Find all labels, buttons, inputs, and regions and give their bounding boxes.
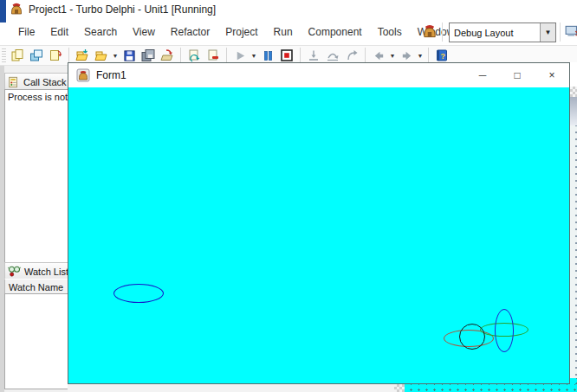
save-all-icon bbox=[141, 48, 155, 62]
save-button[interactable] bbox=[120, 47, 139, 64]
desktop-layout-combo[interactable]: Debug Layout ▼ bbox=[449, 22, 556, 42]
add-file-button[interactable] bbox=[185, 47, 204, 64]
open-project-dropdown[interactable]: ▼ bbox=[111, 47, 120, 64]
menu-search[interactable]: Search bbox=[76, 26, 125, 38]
new-form-button[interactable] bbox=[27, 47, 46, 64]
combo-dropdown-button[interactable]: ▼ bbox=[540, 23, 555, 42]
call-stack-icon bbox=[8, 76, 20, 88]
desktop-layout-value: Debug Layout bbox=[450, 28, 540, 38]
run-dropdown[interactable]: ▼ bbox=[250, 47, 258, 64]
new-form-icon bbox=[29, 48, 43, 62]
new-unit-icon bbox=[49, 48, 62, 62]
trace-into-button[interactable] bbox=[304, 47, 323, 64]
screen: Project1 - Turbo Delphi - Unit1 [Running… bbox=[0, 0, 577, 392]
menubar-separator-2 bbox=[560, 22, 561, 42]
toolbar-separator bbox=[300, 48, 301, 63]
run-until-return-icon bbox=[345, 48, 359, 62]
right-dock-sliver bbox=[570, 62, 577, 392]
open-button[interactable] bbox=[73, 47, 92, 64]
bottom-editor-sliver bbox=[68, 384, 394, 392]
pause-button[interactable] bbox=[258, 47, 277, 64]
ellipse-blue-vertical bbox=[495, 309, 514, 352]
menubar-separator bbox=[442, 22, 443, 42]
close-file-icon bbox=[160, 48, 174, 62]
menu-edit[interactable]: Edit bbox=[42, 26, 76, 38]
form-designer-sliver bbox=[405, 384, 577, 392]
toolbar-grip[interactable] bbox=[2, 48, 6, 62]
run-icon bbox=[234, 49, 247, 62]
right-sliver-panel-header bbox=[570, 97, 577, 125]
form1-title: Form1 bbox=[96, 69, 126, 81]
toolbar-separator bbox=[180, 48, 181, 63]
delphi-logo-icon bbox=[422, 24, 438, 40]
bottom-checker bbox=[394, 384, 405, 392]
menu-run[interactable]: Run bbox=[266, 26, 301, 38]
stop-button[interactable] bbox=[277, 47, 296, 64]
form1-window-controls: ─ □ × bbox=[465, 63, 569, 87]
toolbar-separator bbox=[428, 48, 429, 63]
step-over-icon bbox=[326, 48, 340, 62]
toolbar-separator bbox=[68, 48, 69, 63]
help-book-icon: ? bbox=[435, 48, 449, 62]
menu-tools[interactable]: Tools bbox=[370, 26, 410, 38]
run-button[interactable] bbox=[230, 47, 250, 64]
background-window-stripe bbox=[0, 0, 6, 22]
watch-list-caption-label: Watch List bbox=[24, 267, 68, 277]
form1-titlebar[interactable]: Form1 ─ □ × bbox=[68, 63, 569, 87]
navigate-back-dropdown[interactable]: ▼ bbox=[388, 47, 397, 64]
open-project-icon bbox=[94, 48, 108, 62]
close-file-button[interactable] bbox=[158, 47, 177, 64]
navigate-back-icon bbox=[373, 49, 386, 62]
right-sliver-top bbox=[570, 62, 577, 87]
menu-refactor[interactable]: Refactor bbox=[163, 26, 217, 38]
step-over-button[interactable] bbox=[323, 47, 342, 64]
svg-text:?: ? bbox=[440, 52, 445, 61]
navigate-forward-button[interactable] bbox=[397, 47, 416, 64]
menu-project[interactable]: Project bbox=[217, 26, 265, 38]
remove-file-icon bbox=[206, 48, 220, 62]
ellipse-blue-left bbox=[113, 284, 164, 303]
toolbar-separator bbox=[365, 48, 366, 63]
new-unit-button[interactable] bbox=[46, 47, 65, 64]
menu-component[interactable]: Component bbox=[301, 26, 370, 38]
help-contents-button[interactable]: ? bbox=[432, 47, 451, 64]
navigate-forward-dropdown[interactable]: ▼ bbox=[416, 47, 425, 64]
pause-icon bbox=[262, 49, 275, 62]
open-project-button[interactable] bbox=[92, 47, 111, 64]
right-sliver-checker bbox=[570, 87, 577, 97]
save-all-button[interactable] bbox=[139, 47, 158, 64]
save-icon bbox=[123, 49, 136, 62]
toolbar-separator bbox=[226, 48, 227, 63]
menubar: File Edit Search View Refactor Project R… bbox=[0, 19, 577, 45]
form-client[interactable] bbox=[68, 87, 569, 383]
navigate-back-button[interactable] bbox=[369, 47, 388, 64]
watch-name-column[interactable]: Watch Name bbox=[5, 282, 72, 292]
run-until-return-button[interactable] bbox=[342, 47, 361, 64]
ide-titlebar: Project1 - Turbo Delphi - Unit1 [Running… bbox=[0, 0, 577, 19]
open-icon bbox=[75, 48, 89, 62]
menu-view[interactable]: View bbox=[125, 26, 163, 38]
delphi-helmet-icon bbox=[10, 3, 23, 16]
menu-file[interactable]: File bbox=[10, 26, 42, 38]
navigate-forward-icon bbox=[400, 49, 413, 62]
save-layout-icon[interactable] bbox=[564, 23, 577, 39]
minimize-button[interactable]: ─ bbox=[465, 63, 500, 87]
remove-file-button[interactable] bbox=[204, 47, 223, 64]
close-button[interactable]: × bbox=[535, 63, 569, 87]
new-items-icon bbox=[10, 48, 24, 62]
circle-black bbox=[459, 324, 485, 350]
maximize-button[interactable]: □ bbox=[500, 63, 535, 87]
new-items-button[interactable] bbox=[8, 47, 27, 64]
form1-window[interactable]: Form1 ─ □ × bbox=[68, 62, 570, 384]
call-stack-caption-label: Call Stack bbox=[23, 77, 67, 87]
form1-app-icon bbox=[76, 68, 90, 82]
watch-list-icon bbox=[8, 265, 21, 278]
stop-icon bbox=[280, 48, 294, 62]
right-sliver-dots bbox=[570, 125, 577, 378]
ide-title: Project1 - Turbo Delphi - Unit1 [Running… bbox=[29, 3, 216, 16]
add-file-icon bbox=[187, 48, 201, 62]
trace-into-icon bbox=[307, 48, 321, 62]
